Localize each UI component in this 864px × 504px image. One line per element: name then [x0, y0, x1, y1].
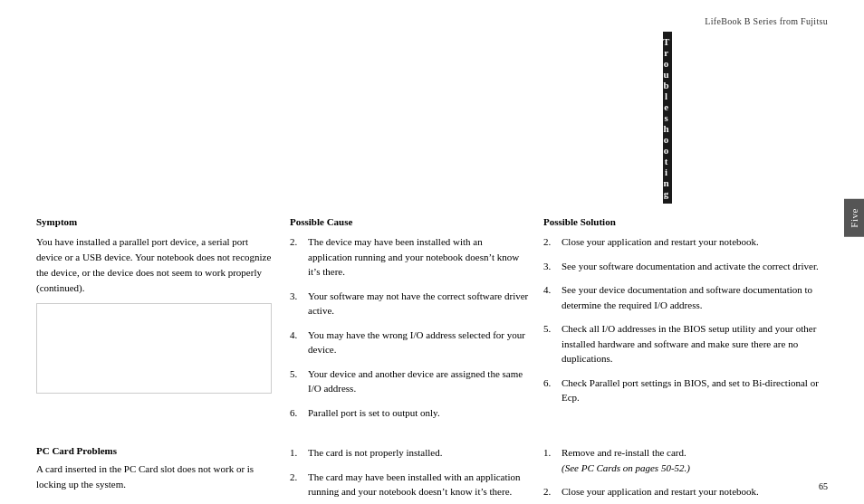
solution-item: 2.Close your application and restart you…: [543, 234, 828, 250]
page-header: LifeBook B Series from Fujitsu: [0, 0, 864, 32]
pc-symptom-column: PC Card Problems A card inserted in the …: [36, 445, 290, 504]
pc-solution-column: 1.Remove and re-install the card.(See PC…: [543, 445, 828, 504]
solution-item: 3.See your software documentation and ac…: [543, 259, 828, 274]
list-text: The card is not properly installed.: [308, 445, 529, 461]
symptom-column: Symptom You have installed a parallel po…: [36, 216, 290, 429]
list-text: Check all I/O addresses in the BIOS setu…: [562, 321, 828, 366]
symptom-box: [36, 303, 272, 394]
pc-cause-column: 1.The card is not properly installed.2.T…: [290, 445, 543, 504]
list-text: Close your application and restart your …: [562, 484, 828, 499]
header-title: LifeBook B Series from Fujitsu: [705, 16, 828, 26]
page-number: 65: [819, 481, 828, 491]
list-num: 4.: [290, 328, 304, 357]
solution-column: Possible Solution 2.Close your applicati…: [543, 216, 828, 429]
list-num: 2.: [290, 470, 304, 499]
pc-cause-list: 1.The card is not properly installed.2.T…: [290, 445, 529, 499]
pc-solution-item: 1.Remove and re-install the card.(See PC…: [543, 445, 828, 475]
pc-solution-item: 2.Close your application and restart you…: [543, 484, 828, 499]
main-content: Symptom You have installed a parallel po…: [0, 204, 864, 429]
list-num: 6.: [543, 376, 558, 405]
pc-card-title: PC Card Problems: [36, 445, 272, 456]
pc-solution-list: 1.Remove and re-install the card.(See PC…: [543, 445, 828, 499]
symptom-header: Symptom: [36, 216, 272, 227]
list-text: See your device documentation and softwa…: [562, 282, 828, 312]
pc-cause-item: 1.The card is not properly installed.: [290, 445, 529, 461]
list-text: You may have the wrong I/O address selec…: [308, 328, 529, 357]
list-num: 1.: [290, 445, 304, 461]
symptom-text: You have installed a parallel port devic…: [36, 234, 272, 296]
list-text: The card may have been installed with an…: [308, 470, 529, 499]
list-text: Parallel port is set to output only.: [308, 405, 529, 421]
title-bar-label: T r o u b l e s h o o t i n g: [663, 36, 672, 199]
cause-item: 3.Your software may not have the correct…: [290, 289, 529, 319]
solution-sub: (See PC Cards on pages 50-52.): [562, 462, 690, 473]
list-num: 5.: [543, 321, 558, 366]
cause-item: 4.You may have the wrong I/O address sel…: [290, 328, 529, 357]
list-num: 5.: [290, 366, 304, 396]
list-num: 2.: [290, 234, 304, 280]
list-text: Your device and another device are assig…: [308, 366, 529, 396]
solution-item: 5.Check all I/O addresses in the BIOS se…: [543, 321, 828, 366]
list-num: 6.: [290, 405, 304, 421]
pc-card-section: PC Card Problems A card inserted in the …: [0, 429, 864, 504]
cause-item: 6.Parallel port is set to output only.: [290, 405, 529, 421]
solution-item: 6.Check Parallel port settings in BIOS, …: [543, 376, 828, 405]
cause-list: 2.The device may have been installed wit…: [290, 234, 529, 420]
solution-item: 4.See your device documentation and soft…: [543, 282, 828, 312]
pc-cause-item: 2.The card may have been installed with …: [290, 470, 529, 499]
list-text: Close your application and restart your …: [562, 234, 828, 250]
cause-header: Possible Cause: [290, 216, 529, 227]
sidebar-label: Five: [849, 208, 859, 228]
list-text: Remove and re-install the card.(See PC C…: [562, 445, 828, 475]
list-num: 2.: [543, 234, 558, 250]
list-num: 3.: [290, 289, 304, 319]
sidebar-tab: Five: [844, 199, 864, 237]
page-footer: 65: [819, 481, 828, 491]
solution-list: 2.Close your application and restart you…: [543, 234, 828, 405]
list-num: 2.: [543, 484, 558, 499]
cause-item: 5.Your device and another device are ass…: [290, 366, 529, 396]
list-text: See your software documentation and acti…: [562, 259, 828, 274]
list-num: 1.: [543, 445, 558, 475]
list-text: Check Parallel port settings in BIOS, an…: [562, 376, 828, 405]
list-num: 3.: [543, 259, 558, 274]
list-text: The device may have been installed with …: [308, 234, 529, 280]
list-num: 4.: [543, 282, 558, 312]
title-bar: T r o u b l e s h o o t i n g: [663, 32, 672, 204]
pc-symptom-text: A card inserted in the PC Card slot does…: [36, 461, 272, 492]
solution-header: Possible Solution: [543, 216, 828, 227]
cause-item: 2.The device may have been installed wit…: [290, 234, 529, 280]
cause-column: Possible Cause 2.The device may have bee…: [290, 216, 543, 429]
list-text: Your software may not have the correct s…: [308, 289, 529, 319]
